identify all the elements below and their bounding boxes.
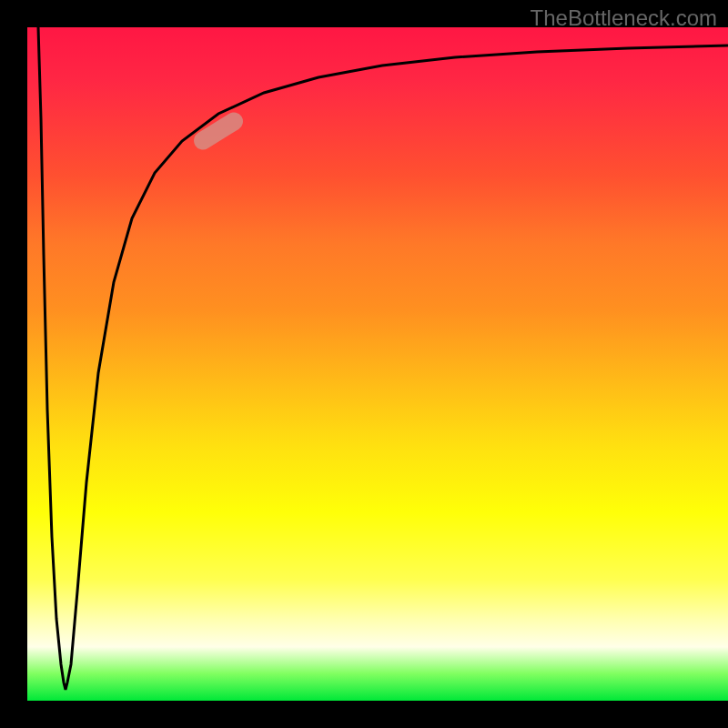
watermark-text: TheBottleneck.com (531, 5, 717, 31)
chart-curve (27, 27, 728, 701)
chart-plot-area (27, 27, 728, 701)
curve-path (38, 27, 728, 690)
